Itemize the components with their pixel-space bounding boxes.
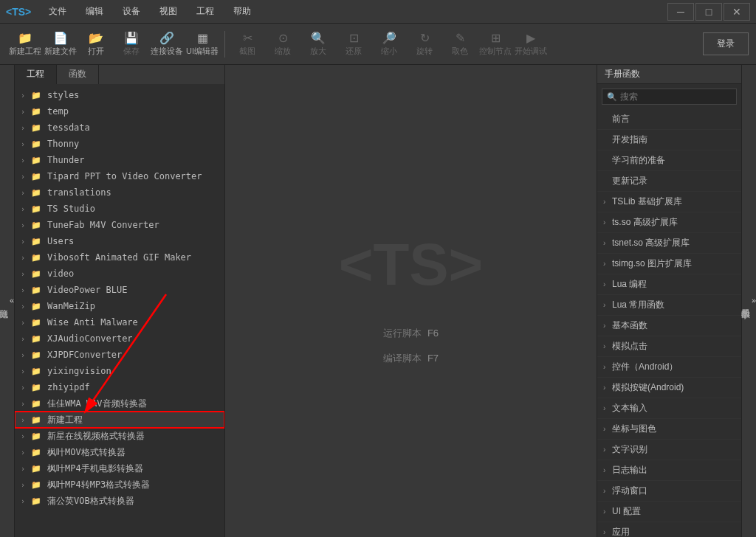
chevron-right-icon: › — [21, 351, 31, 359]
manual-item[interactable]: ›浮动窗口 — [597, 481, 741, 502]
toolbar-UI编辑器[interactable]: ▦UI编辑器 — [185, 27, 220, 62]
tree-item[interactable]: ›📁translations — [15, 184, 224, 201]
tree-item[interactable]: ›📁WanMeiZip — [15, 298, 224, 314]
menu-视图[interactable]: 视图 — [151, 2, 186, 21]
tree-item-label: WanMeiZip — [47, 301, 95, 311]
tree-item[interactable]: ›📁VideoPower BLUE — [15, 282, 224, 298]
tree-item[interactable]: ›📁temp — [15, 103, 224, 119]
menu-文件[interactable]: 文件 — [40, 2, 75, 21]
chevron-right-icon: › — [603, 446, 612, 454]
folder-icon: 📁 — [31, 172, 43, 181]
collapse-left-icon[interactable]: « — [10, 296, 14, 305]
manual-item[interactable]: ›控件（Android） — [597, 357, 741, 378]
manual-item[interactable]: ›日志输出 — [597, 460, 741, 481]
manual-item[interactable]: 开发指南 — [597, 130, 741, 150]
tree-item[interactable]: ›📁枫叶MP4手机电影转换器 — [15, 460, 224, 477]
tree-item[interactable]: ›📁Thunder — [15, 152, 224, 168]
menu-编辑[interactable]: 编辑 — [77, 2, 112, 21]
chevron-right-icon: › — [603, 260, 612, 268]
tree-item[interactable]: ›📁tessdata — [15, 119, 224, 136]
manual-search[interactable]: 🔍 — [602, 89, 737, 105]
tree-item[interactable]: ›📁video — [15, 266, 224, 282]
toolbar-旋转: ↻旋转 — [407, 27, 442, 62]
manual-item[interactable]: ›文本输入 — [597, 398, 741, 419]
manual-item-label: Lua 编程 — [612, 278, 647, 291]
manual-item[interactable]: ›Lua 常用函数 — [597, 295, 741, 316]
tree-item[interactable]: ›📁枫叶MOV格式转换器 — [15, 444, 224, 460]
tree-item[interactable]: ›📁新星在线视频格式转换器 — [15, 428, 224, 444]
login-button[interactable]: 登录 — [703, 32, 749, 55]
manual-item[interactable]: 学习前的准备 — [597, 150, 741, 171]
tree-item[interactable]: ›📁TuneFab M4V Converter — [15, 217, 224, 233]
folder-icon: 📁 — [31, 253, 43, 263]
center-logo: <TS> — [339, 231, 484, 299]
tree-item[interactable]: ›📁Tipard PPT to Video Converter — [15, 168, 224, 184]
chevron-right-icon: › — [603, 487, 612, 495]
tree-item[interactable]: ›📁styles — [15, 87, 224, 103]
menu-工程[interactable]: 工程 — [188, 2, 223, 21]
tree-item[interactable]: ›📁Wise Anti Malware — [15, 314, 224, 330]
chevron-right-icon: › — [21, 319, 31, 327]
tree-item[interactable]: ›📁TS Studio — [15, 201, 224, 217]
tree-item[interactable]: ›📁新建工程 — [15, 412, 224, 428]
chevron-right-icon: › — [21, 254, 31, 262]
tree-item[interactable]: ›📁XJAudioConverter — [15, 330, 224, 347]
manual-item[interactable]: ›应用 — [597, 522, 741, 537]
tree-item-label: Users — [47, 236, 74, 246]
close-button[interactable]: ✕ — [724, 3, 750, 21]
chevron-right-icon: › — [603, 280, 612, 288]
chevron-right-icon: › — [603, 218, 612, 226]
tree-item[interactable]: ›📁佳佳WMA WAV音频转换器 — [15, 395, 224, 412]
tree-item[interactable]: ›📁蒲公英VOB格式转换器 — [15, 493, 224, 509]
tree-item[interactable]: ›📁枫叶MP4转MP3格式转换器 — [15, 477, 224, 493]
toolbar-保存: 💾保存 — [114, 27, 149, 62]
maximize-button[interactable]: □ — [695, 3, 722, 21]
tree-item[interactable]: ›📁zhiyipdf — [15, 379, 224, 395]
folder-icon: 📁 — [31, 302, 43, 311]
manual-panel: 手册函数 🔍 前言开发指南学习前的准备更新记录›TSLib 基础扩展库›ts.s… — [597, 65, 741, 537]
manual-item[interactable]: ›UI 配置 — [597, 502, 741, 522]
toolbar-新建文件[interactable]: 📄新建文件 — [43, 27, 78, 62]
collapse-right-icon[interactable]: » — [752, 296, 756, 305]
chevron-right-icon: › — [21, 156, 31, 164]
tree-item-label: 佳佳WMA WAV音频转换器 — [47, 398, 147, 410]
tree-item[interactable]: ›📁yixingvision — [15, 363, 224, 379]
manual-item[interactable]: ›Lua 编程 — [597, 274, 741, 295]
manual-item[interactable]: ›模拟按键(Android) — [597, 378, 741, 398]
tree-item-label: temp — [47, 106, 69, 117]
menu-帮助[interactable]: 帮助 — [224, 2, 260, 21]
tree-item[interactable]: ›📁Users — [15, 233, 224, 249]
toolbar-label: 控制节点 — [479, 46, 512, 57]
toolbar-打开[interactable]: 📂打开 — [78, 27, 114, 62]
manual-item[interactable]: 更新记录 — [597, 171, 741, 192]
manual-panel-title: 手册函数 — [597, 65, 741, 84]
manual-item[interactable]: ›模拟点击 — [597, 336, 741, 357]
tree-item[interactable]: ›📁XJPDFConverter — [15, 347, 224, 363]
project-tree[interactable]: ›📁styles›📁temp›📁tessdata›📁Thonny›📁Thunde… — [15, 84, 224, 537]
tab-函数[interactable]: 函数 — [57, 65, 99, 84]
chevron-right-icon: › — [603, 198, 612, 206]
manual-item[interactable]: ›tsnet.so 高级扩展库 — [597, 233, 741, 254]
minimize-button[interactable]: ─ — [667, 3, 694, 21]
right-side-strip[interactable]: » 手册函数 — [741, 65, 756, 537]
toolbar-label: 还原 — [346, 46, 362, 57]
menu-设备[interactable]: 设备 — [114, 2, 149, 21]
left-panel-tabs: 工程函数 — [15, 65, 224, 84]
manual-item[interactable]: ›tsimg.so 图片扩展库 — [597, 254, 741, 274]
toolbar-新建工程[interactable]: 📁新建工程 — [7, 27, 43, 62]
tree-item[interactable]: ›📁Vibosoft Animated GIF Maker — [15, 249, 224, 266]
manual-item[interactable]: ›坐标与图色 — [597, 419, 741, 440]
manual-item[interactable]: 前言 — [597, 109, 741, 130]
manual-list[interactable]: 前言开发指南学习前的准备更新记录›TSLib 基础扩展库›ts.so 高级扩展库… — [597, 109, 741, 537]
main-area: « 隐藏 工程函数 ›📁styles›📁temp›📁tessdata›📁Thon… — [0, 65, 756, 537]
tab-工程[interactable]: 工程 — [15, 65, 57, 84]
manual-item[interactable]: ›基本函数 — [597, 316, 741, 336]
manual-item[interactable]: ›文字识别 — [597, 440, 741, 460]
tree-item[interactable]: ›📁Thonny — [15, 136, 224, 152]
tree-item-label: XJAudioConverter — [47, 333, 133, 344]
manual-item[interactable]: ›TSLib 基础扩展库 — [597, 192, 741, 212]
left-side-strip[interactable]: « 隐藏 — [0, 65, 15, 537]
search-input[interactable] — [620, 91, 732, 102]
toolbar-连接设备[interactable]: 🔗连接设备 — [149, 27, 185, 62]
manual-item[interactable]: ›ts.so 高级扩展库 — [597, 212, 741, 233]
